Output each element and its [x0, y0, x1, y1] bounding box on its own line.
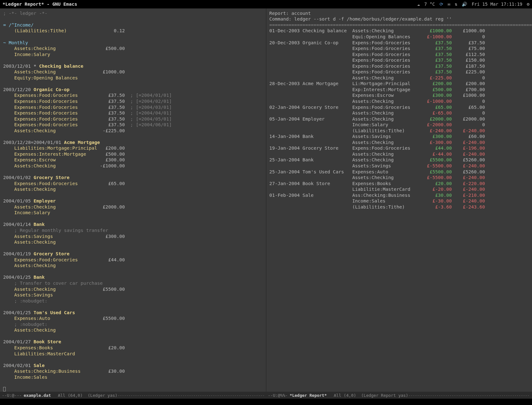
- source-line: Assets:Checking £1000.00: [3, 69, 263, 75]
- report-line: Assets:Savings £-5500.00 £-240.00: [269, 163, 529, 169]
- source-line: Assets:Savings £300.00: [3, 234, 263, 240]
- modeline-fill: ----------------------------------------…: [117, 393, 264, 398]
- source-line: Expenses:Food:Groceries £37.50 ; [=2004/…: [3, 92, 263, 98]
- source-line: [3, 357, 263, 363]
- source-line: [3, 81, 263, 87]
- source-line: Assets:Checking £5500.00: [3, 286, 263, 292]
- source-line: [3, 134, 263, 140]
- source-line: Income:Salary: [3, 210, 263, 216]
- source-line: Assets:Checking £500.00: [3, 46, 263, 52]
- source-line: Assets:Checking: [3, 186, 263, 192]
- modeline-mode: (Ledger Report yas): [361, 393, 408, 398]
- source-line: Assets:Checking: [3, 263, 263, 269]
- refresh-icon[interactable]: ⟳: [440, 2, 443, 7]
- source-line: Equity:Opening Balances: [3, 75, 263, 81]
- modeline-prefix: --U:@%%-: [268, 393, 288, 398]
- report-line: Assets:Checking £-1000.00 0: [269, 98, 529, 104]
- report-line: Assets:Checking £-5500.00 £-240.00: [269, 175, 529, 181]
- source-line: 2004/02/01 Sale: [3, 363, 263, 369]
- source-line: ; Transfer to cover car purchase: [3, 280, 263, 286]
- report-line: 25-Jan-2004 Tom's Used Cars Expenses:Aut…: [269, 169, 529, 175]
- report-line: 14-Jan-2004 Bank Assets:Savings £300.00 …: [269, 134, 529, 140]
- report-line: Assets:Checking £-44.00 £-240.00: [269, 151, 529, 157]
- buffer-example-dat[interactable]: ; -*- ledger -*- = /^Income/ (Liabilitie…: [0, 9, 266, 392]
- source-line: Assets:Checking: [3, 239, 263, 245]
- source-line: Income:Sales: [3, 374, 263, 380]
- source-line: Expenses:Food:Groceries £37.50 ; [=2004/…: [3, 110, 263, 116]
- report-line: 28-Dec-2003 Acme Mortgage Li:Mortgage:Pr…: [269, 81, 529, 87]
- source-line: 2004/01/25 Bank: [3, 274, 263, 280]
- source-line: = /^Income/: [3, 22, 263, 28]
- source-line: [3, 16, 263, 22]
- report-line: Equi:Opening Balances £-1000.00 0: [269, 34, 529, 40]
- weather-icon: ☁: [417, 2, 420, 7]
- source-line: Assets:Checking: [3, 327, 263, 333]
- source-line: Assets:Savings: [3, 292, 263, 298]
- source-line: [3, 269, 263, 275]
- source-line: ; :nobudget:: [3, 321, 263, 327]
- source-line: Expenses:Food:Groceries £37.50 ; [=2004/…: [3, 122, 263, 128]
- source-line: 2004/01/19 Grocery Store: [3, 251, 263, 257]
- report-line: 25-Jan-2004 Bank Assets:Checking £5500.0…: [269, 157, 529, 163]
- modeline-buffer-name: example.dat: [24, 393, 51, 398]
- report-line: 02-Jan-2004 Grocery Store Expens:Food:Gr…: [269, 104, 529, 110]
- report-header: Report: account: [269, 10, 529, 16]
- window-title: *Ledger Report* - GNU Emacs: [3, 2, 77, 7]
- volume-icon[interactable]: 🔊: [462, 2, 467, 7]
- source-line: Expenses:Food:Groceries £37.50 ; [=2004/…: [3, 98, 263, 104]
- report-line: (Liabilities:Tithe) £-240.00 £-240.00: [269, 128, 529, 134]
- report-line: Assets:Checking £-225.00 0: [269, 75, 529, 81]
- source-line: ~ Monthly: [3, 40, 263, 46]
- source-line: Expenses:Escrow £300.00: [3, 157, 263, 163]
- report-line: Assets:Checking £-65.00 0: [269, 110, 529, 116]
- minibuffer[interactable]: [0, 399, 532, 405]
- source-line: [3, 304, 263, 310]
- source-line: Assets:Checking -£225.00: [3, 128, 263, 134]
- system-tray: ☁ 7 °C ⟳ ✉ ⇅ 🔊 Fri 15 Mar 17:11:19 ⚙: [417, 2, 529, 7]
- modeline-buffer-name: *Ledger Report*: [290, 393, 327, 398]
- source-line: Assets:Checking:Business £30.00: [3, 368, 263, 374]
- source-line: Expenses:Food:Groceries £37.50 ; [=2004/…: [3, 104, 263, 110]
- report-line: Expens:Food:Groceries £37.50 £225.00: [269, 69, 529, 75]
- source-line: [3, 380, 263, 386]
- source-line: 2004/01/27 Book Store: [3, 339, 263, 345]
- modeline-prefix: --U:@---: [2, 393, 22, 398]
- buffer-ledger-report[interactable]: Report: accountCommand: ledger --sort d …: [266, 9, 532, 392]
- source-line: Expenses:Food:Groceries £65.00: [3, 181, 263, 187]
- report-line: Expens:Food:Groceries £37.50 £112.50: [269, 52, 529, 58]
- source-line: Expenses:Books £20.00: [3, 345, 263, 351]
- source-line: Expenses:Food:Groceries £44.00: [3, 257, 263, 263]
- report-line: Expens:Food:Groceries £37.50 £150.00: [269, 57, 529, 63]
- network-icon[interactable]: ⇅: [455, 2, 457, 7]
- modeline-position: All (4,0): [334, 393, 356, 398]
- modeline-mode: (Ledger yas): [88, 393, 117, 398]
- source-line: 2003/12/01 * Checking balance: [3, 63, 263, 69]
- source-line: 2004/01/14 Bank: [3, 221, 263, 227]
- desktop-top-panel: *Ledger Report* - GNU Emacs ☁ 7 °C ⟳ ✉ ⇅…: [0, 0, 532, 9]
- source-line: Assets:Checking -£1000.00: [3, 163, 263, 169]
- source-line: Expenses:Interest:Mortgage £500.00: [3, 151, 263, 157]
- source-line: ; :nobudget:: [3, 298, 263, 304]
- report-line: 27-Jan-2004 Book Store Expenses:Books £2…: [269, 181, 529, 187]
- source-line: Expenses:Food:Groceries £37.50 ; [=2004/…: [3, 116, 263, 122]
- source-line: ; -*- ledger -*-: [3, 10, 263, 16]
- report-line: 01-Feb-2004 Sale Ass:Checking:Business £…: [269, 192, 529, 198]
- report-line: 20-Dec-2003 Organic Co-op Expens:Food:Gr…: [269, 40, 529, 46]
- settings-icon[interactable]: ⚙: [527, 2, 529, 7]
- source-line: Assets:Checking £2000.00: [3, 204, 263, 210]
- report-line: Exp:Interest:Mortgage £500.00 £700.00: [269, 87, 529, 93]
- source-line: Liabilities:MasterCard: [3, 351, 263, 357]
- source-line: [3, 216, 263, 222]
- source-line: (Liabilities:Tithe) 0.12: [3, 28, 263, 34]
- report-command: Command: ledger --sort d -f /home/borbus…: [269, 16, 529, 22]
- mode-line-left: --U:@--- example.dat All (64,0) (Ledger …: [0, 392, 266, 399]
- report-rule: ========================================…: [269, 22, 529, 28]
- cursor: [3, 386, 263, 392]
- modeline-position: All (64,0): [58, 393, 83, 398]
- source-line: 2004/01/02 Grocery Store: [3, 175, 263, 181]
- report-line: (Liabilities:Tithe) £-3.60 £-243.60: [269, 204, 529, 210]
- mail-icon[interactable]: ✉: [448, 2, 450, 7]
- source-line: [3, 169, 263, 175]
- weather-text: 7 °C: [424, 2, 435, 7]
- source-line: [3, 34, 263, 40]
